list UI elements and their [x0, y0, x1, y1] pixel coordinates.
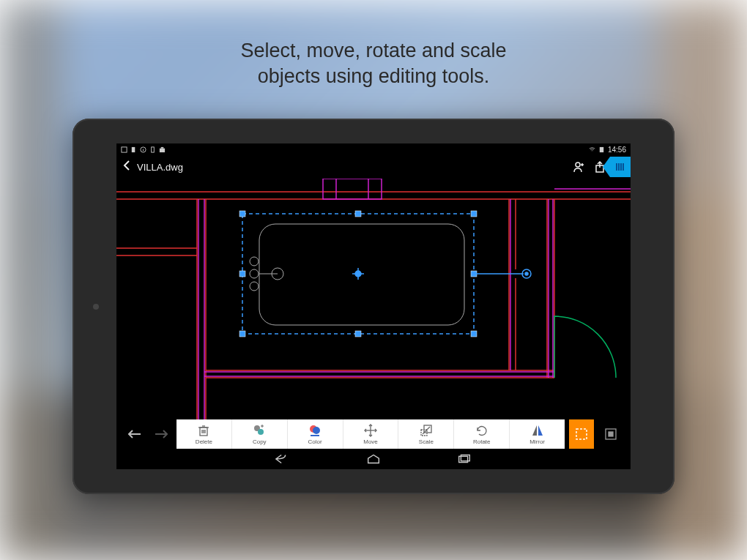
svg-rect-51	[355, 211, 361, 217]
svg-point-8	[576, 163, 580, 167]
svg-rect-48	[471, 211, 477, 217]
delete-label: Delete	[196, 438, 212, 445]
mirror-tool[interactable]: Mirror	[510, 419, 565, 449]
color-icon	[308, 424, 322, 437]
svg-point-42	[250, 269, 259, 278]
promo-line-1: Select, move, rotate and scale	[0, 38, 747, 64]
svg-rect-71	[311, 435, 319, 436]
screenshot-icon	[121, 146, 127, 153]
android-back-button[interactable]	[274, 450, 291, 468]
wifi-icon	[589, 146, 595, 153]
trash-icon	[197, 424, 210, 437]
svg-rect-79	[609, 432, 613, 436]
sync-icon	[149, 146, 156, 153]
svg-point-68	[258, 429, 264, 435]
status-right: 14:56	[589, 146, 626, 154]
rotate-label: Rotate	[473, 438, 491, 445]
svg-rect-40	[259, 224, 464, 325]
android-home-button[interactable]	[365, 450, 382, 468]
edit-toolbar: Delete Copy Color Move Scale	[116, 419, 631, 449]
android-recent-button[interactable]	[456, 450, 473, 468]
android-status-bar: 14:56	[116, 143, 631, 155]
tablet-screen: 14:56 VILLA.dwg	[116, 143, 631, 469]
svg-rect-4	[152, 146, 155, 152]
copy-tool[interactable]: Copy	[232, 419, 288, 449]
battery-icon	[130, 146, 137, 153]
svg-rect-6	[161, 146, 164, 148]
promo-line-2: objects using editing tools.	[0, 64, 747, 89]
svg-rect-47	[239, 211, 245, 217]
svg-point-41	[250, 257, 259, 266]
scale-icon	[420, 424, 433, 437]
selection-mode-button[interactable]	[569, 419, 594, 449]
svg-point-60	[525, 272, 528, 275]
scale-label: Scale	[419, 438, 434, 445]
svg-point-70	[313, 427, 320, 434]
add-user-button[interactable]	[569, 157, 590, 177]
mirror-icon	[531, 424, 544, 437]
promo-caption: Select, move, rotate and scale objects u…	[0, 38, 747, 89]
color-label: Color	[308, 438, 322, 445]
battery-level-icon	[598, 146, 605, 153]
svg-rect-7	[600, 146, 603, 152]
briefcase-icon	[159, 146, 166, 153]
svg-rect-53	[239, 271, 245, 277]
tablet-frame: 14:56 VILLA.dwg	[73, 119, 674, 494]
copy-icon	[253, 424, 266, 437]
delete-tool[interactable]: Delete	[176, 419, 232, 449]
svg-rect-5	[160, 148, 165, 152]
move-label: Move	[363, 438, 378, 445]
svg-rect-50	[471, 331, 477, 337]
svg-rect-77	[576, 429, 587, 439]
copy-label: Copy	[253, 438, 267, 445]
rotate-tool[interactable]: Rotate	[454, 419, 510, 449]
android-nav-bar	[116, 449, 631, 469]
svg-rect-32	[323, 179, 382, 199]
app-bar: VILLA.dwg	[116, 155, 631, 179]
move-tool[interactable]: Move	[343, 419, 399, 449]
undo-button[interactable]	[124, 419, 146, 449]
svg-rect-49	[239, 331, 245, 337]
move-icon	[364, 424, 377, 437]
svg-rect-1	[132, 146, 135, 152]
redo-button[interactable]	[150, 419, 172, 449]
layers-panel-toggle[interactable]	[610, 157, 631, 177]
svg-rect-52	[355, 331, 361, 337]
snap-mode-button[interactable]	[598, 419, 623, 449]
tool-strip: Delete Copy Color Move Scale	[176, 419, 565, 449]
tablet-camera	[93, 304, 99, 310]
svg-point-43	[250, 282, 259, 291]
status-time: 14:56	[608, 146, 626, 154]
back-button[interactable]	[119, 160, 134, 175]
file-name: VILLA.dwg	[137, 162, 183, 173]
drawing-canvas[interactable]	[116, 179, 631, 419]
scale-tool[interactable]: Scale	[398, 419, 454, 449]
rotate-icon	[475, 424, 488, 437]
status-left-icons	[121, 146, 166, 153]
info-icon	[140, 146, 146, 153]
svg-rect-0	[122, 146, 127, 152]
mirror-label: Mirror	[529, 438, 545, 445]
color-tool[interactable]: Color	[288, 419, 343, 449]
